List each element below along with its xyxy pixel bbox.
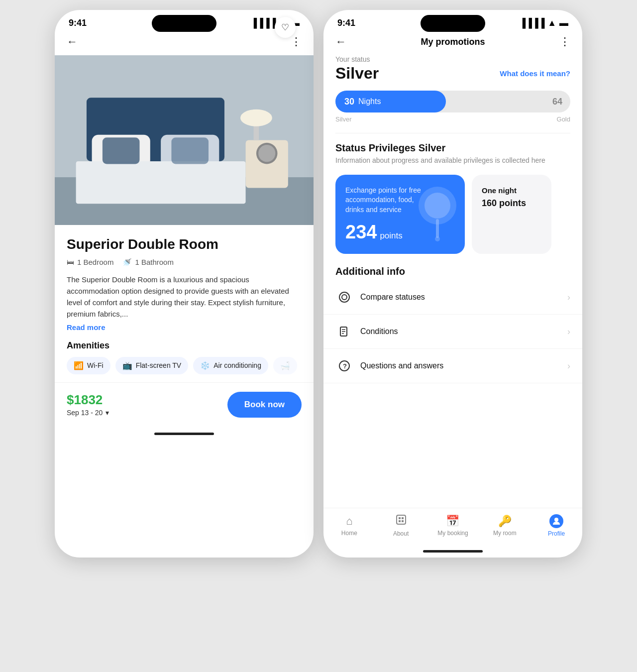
compare-statuses-label: Compare statuses bbox=[360, 293, 425, 302]
compare-statuses-row[interactable]: Compare statuses › bbox=[323, 280, 582, 315]
favorite-button[interactable]: ♡ bbox=[275, 17, 296, 38]
home-tab-label: Home bbox=[341, 530, 357, 537]
room-meta: 🛏 1 Bedroom 🚿 1 Bathroom bbox=[67, 258, 302, 267]
room-content: Superior Double Room 🛏 1 Bedroom 🚿 1 Bat… bbox=[55, 227, 314, 374]
svg-point-17 bbox=[342, 295, 347, 300]
back-button-2[interactable]: ← bbox=[335, 35, 346, 48]
dynamic-island-2 bbox=[421, 15, 485, 32]
signal-icon: ▐▐▐▐ bbox=[250, 18, 276, 28]
compare-statuses-left: Compare statuses bbox=[335, 288, 425, 306]
bathroom-info: 🚿 1 Bathroom bbox=[122, 258, 174, 267]
svg-rect-26 bbox=[402, 517, 404, 519]
amenity-wifi: 📶 Wi-Fi bbox=[67, 357, 110, 374]
silver-row: Silver What does it mean? bbox=[335, 64, 570, 83]
questions-left: ? Questions and answers bbox=[335, 357, 443, 375]
amenity-ac: ❄️ Air conditioning bbox=[193, 357, 268, 374]
progress-bar: 30 Nights 64 bbox=[335, 91, 570, 112]
conditions-row[interactable]: Conditions › bbox=[323, 315, 582, 349]
promo-card-main[interactable]: Exchange points for free accommodation, … bbox=[335, 175, 465, 254]
chevron-right-1: › bbox=[567, 292, 570, 303]
screen2-phone: 9:41 ▐▐▐▐ ▲ ▬ ← My promotions ⋮ Your sta… bbox=[323, 10, 582, 558]
what-does-it-mean-link[interactable]: What does it mean? bbox=[500, 69, 570, 78]
wifi-icon-2: ▲ bbox=[547, 18, 556, 28]
amenity-bathtub: 🛁 bbox=[273, 357, 297, 374]
status-section: Your status Silver What does it mean? 30… bbox=[323, 55, 582, 266]
svg-rect-27 bbox=[399, 520, 401, 522]
svg-rect-12 bbox=[171, 137, 209, 164]
tab-mybooking[interactable]: 📅 My booking bbox=[437, 515, 468, 537]
promo-cards-row: Exchange points for free accommodation, … bbox=[335, 175, 570, 254]
room-description: The Superior Double Room is a luxurious … bbox=[67, 274, 302, 320]
chevron-down-icon: ▾ bbox=[106, 409, 109, 417]
promo-card-text: Exchange points for free accommodation, … bbox=[345, 186, 430, 215]
svg-rect-24 bbox=[397, 515, 406, 524]
questions-label: Questions and answers bbox=[360, 361, 443, 370]
room-title: Superior Double Room bbox=[67, 236, 302, 253]
status-block: Your status Silver What does it mean? 30… bbox=[335, 55, 570, 254]
nav-bar-1: ← ⋮ bbox=[55, 28, 314, 55]
read-more-link[interactable]: Read more bbox=[67, 323, 302, 332]
amenity-tv: 📺 Flat-screen TV bbox=[115, 357, 189, 374]
svg-point-29 bbox=[554, 518, 558, 522]
promo-card-sm-points: 160 points bbox=[482, 198, 541, 209]
tv-chip-icon: 📺 bbox=[122, 361, 132, 370]
conditions-icon bbox=[335, 323, 353, 340]
home-indicator-1 bbox=[154, 433, 214, 435]
room-tab-icon: 🔑 bbox=[498, 515, 512, 528]
svg-point-8 bbox=[240, 110, 272, 126]
progress-fill: 30 Nights bbox=[335, 91, 446, 112]
home-tab-icon: ⌂ bbox=[346, 515, 352, 528]
profile-tab-label: Profile bbox=[548, 530, 565, 537]
amenities-title: Amenities bbox=[67, 340, 302, 351]
svg-point-10 bbox=[258, 145, 275, 162]
tab-myroom[interactable]: 🔑 My room bbox=[490, 515, 520, 537]
nights-count: 30 bbox=[344, 97, 354, 107]
booking-tab-label: My booking bbox=[437, 530, 468, 537]
privileges-desc: Information about progress and available… bbox=[335, 156, 570, 166]
booking-tab-icon: 📅 bbox=[446, 515, 459, 528]
dynamic-island bbox=[152, 15, 216, 32]
bath-chip-icon: 🛁 bbox=[280, 361, 290, 370]
tab-bar: ⌂ Home About 📅 My booking 🔑 My room bbox=[323, 508, 582, 547]
book-now-button[interactable]: Book now bbox=[227, 392, 302, 418]
price-value: $1832 bbox=[67, 392, 109, 408]
promo-card-small[interactable]: One night 160 points bbox=[472, 175, 551, 254]
status-icons-2: ▐▐▐▐ ▲ ▬ bbox=[519, 18, 568, 28]
status-level: Silver bbox=[335, 64, 379, 83]
back-button-1[interactable]: ← bbox=[67, 35, 78, 48]
tab-home[interactable]: ⌂ Home bbox=[334, 515, 364, 537]
conditions-left: Conditions bbox=[335, 323, 398, 340]
room-image: ♡ bbox=[55, 55, 314, 227]
questions-row[interactable]: ? Questions and answers › bbox=[323, 349, 582, 383]
tab-about[interactable]: About bbox=[386, 514, 416, 537]
tab-profile[interactable]: Profile bbox=[541, 514, 571, 537]
questions-icon: ? bbox=[335, 357, 353, 375]
bed-illustration bbox=[55, 55, 314, 227]
wifi-chip-icon: 📶 bbox=[74, 361, 84, 370]
time-2: 9:41 bbox=[337, 18, 355, 28]
chevron-right-2: › bbox=[567, 327, 570, 337]
svg-rect-11 bbox=[103, 137, 140, 164]
promo-points-label: points bbox=[380, 231, 402, 241]
date-range[interactable]: Sep 13 - 20 ▾ bbox=[67, 409, 109, 417]
more-button-1[interactable]: ⋮ bbox=[291, 35, 302, 48]
additional-info-title: Additional info bbox=[323, 266, 582, 277]
heart-icon: ♡ bbox=[281, 22, 289, 33]
page-title-2: My promotions bbox=[421, 37, 485, 47]
promo-points-row: 234 points bbox=[345, 222, 455, 243]
bedroom-info: 🛏 1 Bedroom bbox=[67, 258, 113, 267]
svg-rect-28 bbox=[402, 520, 404, 522]
battery-icon-2: ▬ bbox=[559, 18, 568, 28]
chevron-right-3: › bbox=[567, 361, 570, 371]
svg-rect-5 bbox=[76, 161, 246, 204]
profile-avatar bbox=[549, 514, 563, 528]
nights-label: Nights bbox=[358, 97, 381, 106]
screen1-phone: 9:41 ▐▐▐▐ ▲ ▬ ← ⋮ bbox=[55, 10, 314, 558]
promo-card-sm-title: One night bbox=[482, 186, 541, 196]
svg-text:?: ? bbox=[343, 362, 347, 370]
more-button-2[interactable]: ⋮ bbox=[559, 35, 570, 48]
your-status-label: Your status bbox=[335, 55, 570, 63]
nav-bar-2: ← My promotions ⋮ bbox=[323, 28, 582, 55]
gold-threshold: 64 bbox=[552, 97, 562, 107]
divider-1 bbox=[335, 133, 570, 133]
